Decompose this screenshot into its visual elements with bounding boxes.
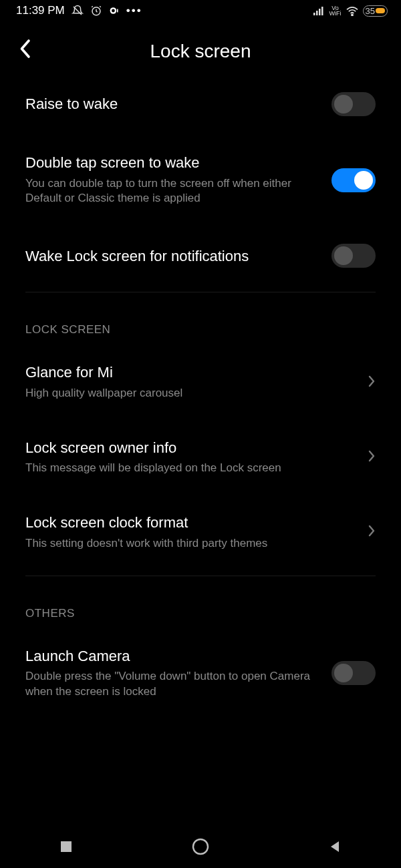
row-glance-for-mi[interactable]: Glance for Mi High quality wallpaper car…	[0, 345, 401, 419]
row-title: Raise to wake	[25, 95, 321, 114]
toggle-wake-lock-notifications[interactable]	[331, 244, 376, 268]
svg-point-2	[112, 9, 115, 13]
svg-rect-9	[61, 841, 72, 852]
dnd-icon	[72, 5, 84, 17]
row-subtitle: This setting doesn't work with third par…	[25, 536, 352, 552]
status-time: 11:39 PM	[16, 4, 65, 17]
battery-indicator: 35	[363, 5, 388, 17]
row-subtitle: This message will be displayed on the Lo…	[25, 461, 352, 476]
page-title: Lock screen	[0, 41, 401, 62]
row-title: Launch Camera	[25, 647, 321, 666]
chevron-right-icon	[362, 373, 376, 392]
navigation-bar	[0, 828, 401, 868]
section-header-lock-screen: LOCK SCREEN	[0, 298, 401, 345]
signal-icon	[313, 6, 325, 15]
vowifi-icon: VoWiFi	[329, 5, 342, 16]
row-launch-camera[interactable]: Launch Camera Double press the "Volume d…	[0, 628, 401, 705]
toggle-launch-camera[interactable]	[331, 661, 376, 685]
section-header-others: OTHERS	[0, 582, 401, 628]
svg-point-8	[351, 14, 352, 15]
back-button[interactable]	[12, 39, 37, 64]
chevron-right-icon	[362, 448, 376, 467]
chevron-right-icon	[362, 523, 376, 541]
divider	[25, 576, 376, 576]
row-wake-lock-notifications[interactable]: Wake Lock screen for notifications	[0, 225, 401, 286]
alarm-icon	[90, 5, 102, 17]
status-bar: 11:39 PM ••• VoWiFi 35	[0, 0, 401, 20]
row-lock-screen-owner-info[interactable]: Lock screen owner info This message will…	[0, 420, 401, 495]
nav-back-button[interactable]	[327, 839, 342, 857]
settings-list: Raise to wake Double tap screen to wake …	[0, 73, 401, 705]
nav-home-button[interactable]	[191, 837, 210, 859]
svg-point-10	[193, 839, 208, 854]
nav-recents-button[interactable]	[59, 839, 74, 857]
row-subtitle: High quality wallpaper carousel	[25, 386, 352, 401]
toggle-double-tap-wake[interactable]	[331, 168, 376, 192]
row-raise-to-wake[interactable]: Raise to wake	[0, 73, 401, 135]
svg-rect-3	[117, 9, 118, 13]
row-title: Glance for Mi	[25, 363, 352, 382]
app-header: Lock screen	[0, 20, 401, 73]
row-double-tap-wake[interactable]: Double tap screen to wake You can double…	[0, 135, 401, 225]
row-title: Lock screen owner info	[25, 439, 352, 457]
more-icon: •••	[126, 4, 142, 17]
divider	[25, 292, 376, 292]
row-subtitle: Double press the "Volume down" button to…	[25, 669, 321, 700]
row-title: Wake Lock screen for notifications	[25, 247, 321, 266]
toggle-raise-to-wake[interactable]	[331, 92, 376, 116]
row-title: Lock screen clock format	[25, 513, 352, 532]
wifi-icon	[346, 5, 359, 16]
row-lock-screen-clock-format[interactable]: Lock screen clock format This setting do…	[0, 495, 401, 570]
svg-rect-4	[313, 13, 315, 15]
row-title: Double tap screen to wake	[25, 154, 321, 172]
scroll-fade	[0, 809, 401, 828]
record-icon	[109, 5, 120, 16]
svg-rect-6	[319, 9, 321, 15]
battery-level: 35	[366, 6, 375, 16]
row-subtitle: You can double tap to turn the screen of…	[25, 176, 321, 207]
svg-rect-7	[321, 7, 323, 15]
svg-rect-5	[316, 11, 318, 15]
